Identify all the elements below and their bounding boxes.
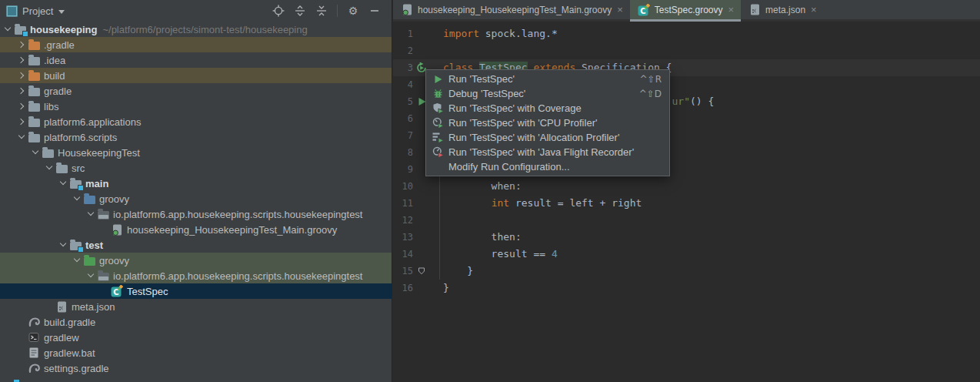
gradle-file-icon [28,316,40,328]
line-number: 3 [393,59,413,76]
code-line-13[interactable]: 13 then: [393,229,980,246]
line-number: 5 [393,93,413,110]
tree-item-label: gradle [44,85,72,97]
tree-chevron-icon[interactable] [2,23,14,35]
code-line-12[interactable]: 12 [393,212,980,229]
editor-tab-meta.json[interactable]: meta.json× [741,0,824,22]
menu-item-run-testspec-with-allocation-profiler-[interactable]: Run 'TestSpec' with 'Allocation Profiler… [426,130,669,145]
panel-title[interactable]: Project [22,5,53,17]
tree-row-platform6.applications[interactable]: platform6.applications [0,114,392,129]
project-panel-header: Project ⚙ [0,0,392,22]
line-number: 8 [393,144,413,161]
menu-item-run-testspec-with-java-flight-recorder-[interactable]: Run 'TestSpec' with 'Java Flight Recorde… [426,145,669,159]
code-token: 4 [552,248,558,260]
tree-item-label: .idea [44,55,65,66]
folder-blue-icon [83,193,95,205]
tree-item-label: build [44,70,65,82]
tree-row-platform6.scripts[interactable]: platform6.scripts [0,129,392,145]
tree-chevron-icon[interactable] [15,100,28,112]
tree-row-housekeeping[interactable]: housekeeping~/platform6/projects/simont-… [0,22,392,37]
line-number: 15 [393,263,413,280]
close-icon[interactable]: × [728,5,734,15]
menu-item-debug-testspec-[interactable]: Debug 'TestSpec'^⇧D [426,86,669,101]
tree-row-gradlew.bat[interactable]: gradlew.bat [0,345,392,360]
tree-chevron-icon[interactable] [71,254,83,266]
menu-item-run-testspec-with-cpu-profiler-[interactable]: Run 'TestSpec' with 'CPU Profiler' [426,116,669,130]
close-icon[interactable]: × [811,5,817,15]
groovy-class-icon: C [638,4,650,16]
menu-item-run-testspec-with-coverage[interactable]: Run 'TestSpec' with Coverage [426,101,669,116]
tree-chevron-icon[interactable] [15,116,28,128]
folder-pkg-icon [97,270,109,282]
code-line-14[interactable]: 14 result == 4 [393,246,980,263]
tree-row-test[interactable]: test [0,237,392,253]
code-line-16[interactable]: 16} [393,280,980,297]
tree-row-libs[interactable]: libs [0,99,392,114]
menu-item-label: Debug 'TestSpec' [448,88,525,99]
folder-gray-icon [28,100,40,112]
tree-chevron-icon[interactable] [29,146,42,159]
tree-row-groovy[interactable]: groovy [0,253,392,268]
tree-chevron-icon[interactable] [15,69,28,82]
tree-item-label: groovy [99,255,129,266]
editor-area: housekeeping_HousekeepingTest_Main.groov… [393,0,980,382]
panel-toolbar: ⚙ [272,5,385,17]
tree-row-io.platform6.app.housekeeping.scripts.housekeepingtest[interactable]: io.platform6.app.housekeeping.scripts.ho… [0,268,392,283]
code-token: } [443,282,449,293]
code-line-10[interactable]: 10 when: [393,178,980,195]
menu-item-modify-run-configuration-[interactable]: Modify Run Configuration... [426,159,669,174]
menu-item-run-testspec-[interactable]: Run 'TestSpec'^⇧R [426,72,669,86]
tree-chevron-icon[interactable] [85,270,97,282]
tree-row-build[interactable]: build [0,68,392,83]
tree-row-gradle[interactable]: gradle [0,83,392,99]
line-number: 7 [393,127,413,144]
tree-row-meta.json[interactable]: meta.json [0,299,392,314]
cpu-profiler-icon [432,117,444,129]
tree-row-settings.gradle[interactable]: settings.gradle [0,360,392,376]
folder-gray-icon [42,146,54,159]
editor-tab-housekeeping_HousekeepingTest_Main.groovy[interactable]: housekeeping_HousekeepingTest_Main.groov… [393,0,630,22]
code-line-2[interactable]: 2 [393,42,980,59]
tree-chevron-icon[interactable] [57,177,69,189]
tree-item-label: platform6.applications [44,116,141,128]
tree-row-groovy[interactable]: groovy [0,191,392,206]
menu-item-shortcut: ^⇧D [639,89,662,99]
line-number: 6 [393,110,413,127]
tree-row-housekeeping_HousekeepingTest_Main.groovy[interactable]: housekeeping_HousekeepingTest_Main.groov… [0,222,392,237]
locate-icon[interactable] [272,5,285,17]
tree-row-TestSpec[interactable]: CTestSpec [0,283,392,299]
tree-row-partial[interactable] [0,376,392,382]
tree-row-main[interactable]: main [0,176,392,191]
tree-row-build.gradle[interactable]: build.gradle [0,314,392,330]
editor-tab-TestSpec.groovy[interactable]: CTestSpec.groovy× [630,0,741,22]
code-line-15[interactable]: 15 } [393,263,980,280]
tab-label: TestSpec.groovy [655,5,723,15]
tree-chevron-icon[interactable] [15,39,28,51]
code-token: spock.lang.* [485,28,558,39]
tree-row-io.platform6.app.housekeeping.scripts.housekeepingtest[interactable]: io.platform6.app.housekeeping.scripts.ho… [0,206,392,222]
tree-item-label: test [85,240,103,251]
tree-chevron-icon[interactable] [15,131,28,143]
tree-chevron-icon[interactable] [15,85,28,97]
close-icon[interactable]: × [617,5,623,15]
tree-row-gradlew[interactable]: gradlew [0,330,392,345]
code-line-11[interactable]: 11 int result = left + right [393,195,980,212]
tree-row-.idea[interactable]: .idea [0,52,392,68]
tree-chevron-icon[interactable] [57,239,69,251]
tree-row-.gradle[interactable]: .gradle [0,37,392,52]
tree-chevron-icon[interactable] [71,193,83,205]
tree-row-HousekeepingTest[interactable]: HousekeepingTest [0,145,392,160]
project-tool-window: Project ⚙ housekeeping~/platform6/projec… [0,0,392,382]
fold-pentagon-icon[interactable] [413,263,430,280]
chevron-down-icon[interactable] [58,10,65,14]
hide-icon[interactable] [368,5,381,17]
expand-all-icon[interactable] [294,5,306,17]
collapse-all-icon[interactable] [315,5,328,17]
code-token: import [443,28,485,39]
tree-chevron-icon[interactable] [15,54,28,66]
tree-chevron-icon[interactable] [85,208,97,220]
code-line-1[interactable]: 1import spock.lang.* [393,25,980,42]
tree-chevron-icon[interactable] [43,162,55,174]
tree-row-src[interactable]: src [0,160,392,176]
gear-icon[interactable]: ⚙ [347,5,359,17]
